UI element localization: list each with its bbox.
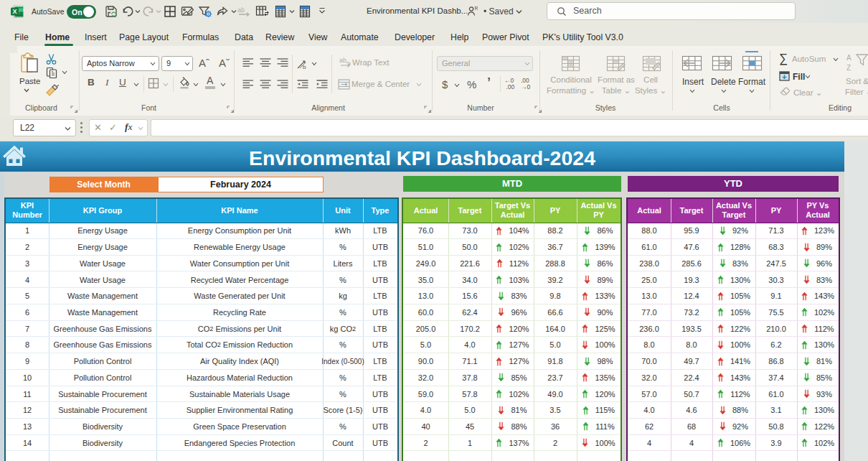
svg-text:ab: ab [339,57,346,64]
svg-text:X: X [12,8,16,15]
svg-text:b: b [303,64,306,70]
svg-text:A: A [846,54,852,62]
svg-text:R: R [475,6,478,11]
svg-text:Z: Z [846,64,851,72]
svg-text:ab: ab [237,6,245,14]
